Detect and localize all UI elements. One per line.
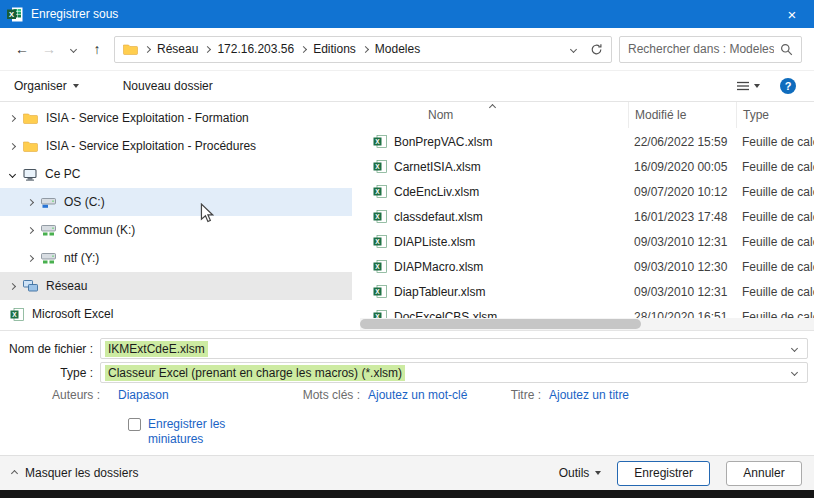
breadcrumb-item-modeles[interactable]: Modeles — [375, 42, 420, 56]
sidebar-item-reseau[interactable]: Réseau — [0, 272, 352, 300]
excel-file-icon: X — [373, 285, 387, 298]
tools-button[interactable]: Outils — [559, 466, 602, 480]
sidebar-item-ce-pc[interactable]: Ce PC — [0, 160, 352, 188]
expander-icon[interactable] — [27, 254, 34, 261]
network-drive-icon — [41, 252, 56, 264]
hide-folders-label: Masquer les dossiers — [25, 466, 138, 480]
sidebar-item-os-c[interactable]: OS (C:) — [0, 188, 352, 216]
search-input[interactable] — [628, 42, 774, 56]
file-type: Feuille de calc — [736, 160, 814, 174]
metadata-row: Auteurs : Diapason Mots clés : Ajoutez u… — [0, 388, 814, 404]
breadcrumb-item-editions[interactable]: Editions — [313, 42, 356, 56]
column-header-type[interactable]: Type — [736, 102, 814, 128]
save-button[interactable]: Enregistrer — [617, 461, 710, 486]
tools-label: Outils — [559, 466, 590, 480]
filetype-select[interactable]: Classeur Excel (prenant en charge les ma… — [100, 362, 808, 383]
file-row[interactable]: XDiapTableur.xlsm 09/03/2010 12:31 Feuil… — [360, 279, 814, 304]
file-modified: 16/01/2023 17:48 — [628, 210, 736, 224]
sidebar-item-label: Microsoft Excel — [32, 307, 113, 321]
history-dropdown-icon[interactable] — [66, 47, 80, 52]
sidebar-item-label: Commun (K:) — [64, 223, 135, 237]
file-name: CarnetISIA.xlsm — [394, 160, 481, 174]
chevron-down-icon — [73, 84, 79, 88]
save-form: Nom de fichier : IKMExtCdeE.xlsm Type : … — [0, 330, 814, 455]
up-button[interactable]: ↑ — [87, 41, 107, 57]
desktop-strip — [0, 490, 814, 498]
breadcrumb-separator-icon[interactable] — [204, 45, 211, 52]
sidebar-item-label: ISIA - Service Exploitation - Formation — [46, 111, 249, 125]
address-bar[interactable]: Réseau 172.16.203.56 Editions Modeles — [114, 36, 612, 63]
help-button[interactable]: ? — [780, 78, 796, 94]
column-header-modified[interactable]: Modifié le — [628, 102, 736, 128]
file-list: Nom Modifié le Type XBonPrepVAC.xlsm 22/… — [360, 102, 814, 330]
thumbnails-checkbox[interactable] — [128, 418, 141, 431]
search-box[interactable] — [619, 36, 802, 63]
new-folder-label: Nouveau dossier — [123, 79, 213, 93]
file-type: Feuille de calc — [736, 135, 814, 149]
hide-folders-button[interactable]: Masquer les dossiers — [12, 466, 138, 480]
back-button[interactable]: ← — [12, 41, 32, 57]
address-dropdown-icon[interactable] — [570, 45, 577, 52]
cancel-button[interactable]: Annuler — [726, 461, 802, 486]
title-value[interactable]: Ajoutez un titre — [549, 388, 629, 402]
excel-app-icon: X — [7, 7, 23, 22]
expander-icon[interactable] — [9, 142, 16, 149]
excel-file-icon: X — [373, 210, 387, 223]
save-thumbnails-option[interactable]: Enregistrer les miniatures — [128, 417, 240, 447]
view-mode-button[interactable] — [736, 80, 760, 92]
sidebar-item-commun-k[interactable]: Commun (K:) — [0, 216, 352, 244]
keywords-value[interactable]: Ajoutez un mot-clé — [368, 388, 467, 402]
file-row[interactable]: XCarnetISIA.xlsm 16/09/2020 00:05 Feuill… — [360, 154, 814, 179]
file-row[interactable]: XDIAPMacro.xlsm 09/03/2010 12:30 Feuille… — [360, 254, 814, 279]
file-row[interactable]: XDIAPListe.xlsm 09/03/2010 12:31 Feuille… — [360, 229, 814, 254]
breadcrumb-separator-icon[interactable] — [144, 45, 151, 52]
file-name: DIAPListe.xlsm — [394, 235, 475, 249]
file-modified: 22/06/2022 15:59 — [628, 135, 736, 149]
svg-text:X: X — [375, 238, 380, 245]
sidebar-item-label: ntf (Y:) — [64, 251, 99, 265]
expander-icon[interactable] — [27, 198, 34, 205]
computer-icon — [23, 168, 37, 181]
title-bar: X Enregistrer sous × — [0, 0, 814, 28]
file-modified: 09/03/2010 12:30 — [628, 260, 736, 274]
refresh-icon[interactable] — [590, 43, 603, 56]
sidebar-item-isia-procedures[interactable]: ISIA - Service Exploitation - Procédures — [0, 132, 352, 160]
breadcrumb-item-reseau[interactable]: Réseau — [157, 42, 198, 56]
sidebar-item-ntf-y[interactable]: ntf (Y:) — [0, 244, 352, 272]
new-folder-button[interactable]: Nouveau dossier — [123, 79, 213, 93]
thumbnails-label[interactable]: Enregistrer les miniatures — [148, 417, 240, 447]
horizontal-scrollbar[interactable] — [360, 318, 814, 330]
forward-button[interactable]: → — [39, 41, 59, 57]
expander-icon[interactable] — [9, 282, 16, 289]
scrollbar-thumb[interactable] — [360, 319, 641, 329]
organize-label: Organiser — [14, 79, 67, 93]
expander-icon[interactable] — [27, 226, 34, 233]
breadcrumb-item-server[interactable]: 172.16.203.56 — [217, 42, 294, 56]
organize-button[interactable]: Organiser — [14, 79, 79, 93]
close-button[interactable]: × — [770, 0, 814, 28]
expander-icon[interactable] — [9, 170, 16, 177]
file-row[interactable]: XBonPrepVAC.xlsm 22/06/2022 15:59 Feuill… — [360, 129, 814, 154]
authors-value[interactable]: Diapason — [118, 388, 169, 402]
file-name: DIAPMacro.xlsm — [394, 260, 483, 274]
svg-text:X: X — [375, 263, 380, 270]
chevron-down-icon[interactable] — [791, 345, 798, 352]
sidebar-item-isia-formation[interactable]: ISIA - Service Exploitation - Formation — [0, 104, 352, 132]
expander-icon[interactable] — [9, 114, 16, 121]
svg-text:X: X — [9, 10, 14, 19]
chevron-up-icon — [11, 469, 18, 476]
sidebar-item-label: Ce PC — [45, 167, 80, 181]
file-row[interactable]: XCdeEncLiv.xlsm 09/07/2020 10:12 Feuille… — [360, 179, 814, 204]
keywords-label: Mots clés : — [270, 388, 360, 402]
breadcrumb-separator-icon[interactable] — [300, 45, 307, 52]
folder-icon — [123, 43, 138, 55]
breadcrumb-separator-icon[interactable] — [362, 45, 369, 52]
sidebar-item-label: ISIA - Service Exploitation - Procédures — [46, 139, 256, 153]
filename-input[interactable]: IKMExtCdeE.xlsm — [100, 338, 808, 359]
sidebar-item-microsoft-excel[interactable]: X Microsoft Excel — [0, 300, 352, 328]
search-icon — [780, 43, 793, 56]
dialog-title: Enregistrer sous — [31, 7, 118, 21]
chevron-down-icon[interactable] — [791, 369, 798, 376]
file-row[interactable]: Xclassdefaut.xlsm 16/01/2023 17:48 Feuil… — [360, 204, 814, 229]
file-type: Feuille de calc — [736, 235, 814, 249]
